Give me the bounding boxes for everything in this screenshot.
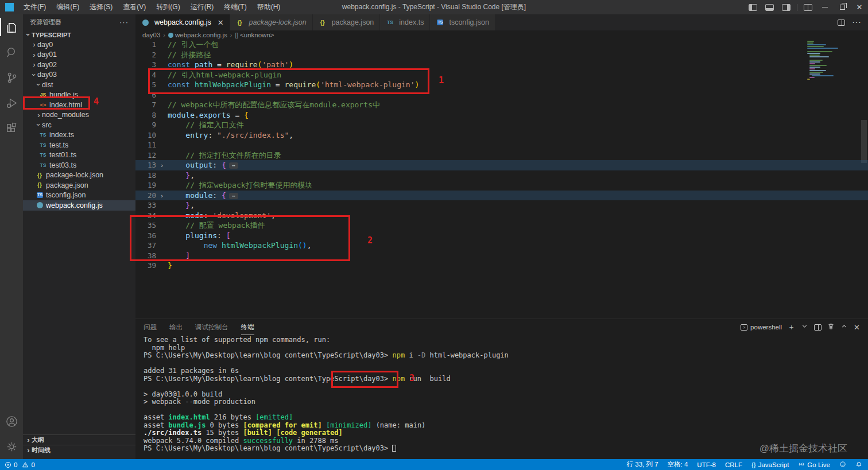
status-cursor-position[interactable]: 行 33, 列 7 [627, 460, 658, 469]
chevron-down-icon: › [34, 81, 43, 88]
menu-item[interactable]: 选择(S) [84, 0, 118, 14]
status-notifications[interactable] [855, 461, 862, 469]
tsconfig-file-icon: TS [37, 192, 43, 198]
activity-run-debug-icon[interactable] [0, 90, 23, 115]
split-terminal-icon[interactable] [814, 324, 822, 331]
status-language-mode[interactable]: {}JavaScript [751, 461, 789, 468]
code-token: : [208, 131, 217, 139]
activity-explorer-icon[interactable] [0, 14, 23, 40]
tab-package.json[interactable]: {}package.json [313, 14, 381, 30]
close-panel-icon[interactable]: ✕ [854, 323, 860, 332]
tab-package-lock.json[interactable]: {}package-lock.json [230, 14, 313, 30]
panel-tab-问题[interactable]: 问题 [144, 319, 157, 335]
more-actions-icon[interactable]: ··· [119, 18, 129, 26]
tree-folder-node_modules[interactable]: ›node_modules [23, 110, 135, 121]
fold-chevron-icon[interactable]: › [156, 191, 168, 201]
explorer-section-header[interactable]: › TYPESCRIPT [23, 30, 135, 40]
menu-item[interactable]: 文件(F) [18, 0, 51, 14]
breadcrumb-item[interactable]: day03 [142, 32, 160, 38]
menu-item[interactable]: 查看(V) [118, 0, 151, 14]
close-button[interactable]: ✕ [851, 0, 868, 14]
breadcrumb-item[interactable]: <unknown> [240, 32, 274, 38]
tree-folder-src[interactable]: ›src [23, 120, 135, 130]
terminal-line: > day03@1.0.0 build [144, 391, 862, 399]
activity-source-control-icon[interactable] [0, 65, 23, 90]
tree-file-test.ts[interactable]: TStest.ts [23, 140, 135, 150]
maximize-panel-icon[interactable] [840, 323, 848, 332]
code-token [168, 151, 185, 160]
tree-item-label: day03 [37, 71, 57, 79]
split-editor-icon[interactable] [838, 20, 845, 26]
tab-label: index.ts [399, 18, 424, 26]
tree-file-index.ts[interactable]: TSindex.ts [23, 130, 135, 141]
terminal-output[interactable]: To see a list of supported npm commands,… [144, 336, 862, 459]
tree-folder-day0[interactable]: ›day0 [23, 40, 135, 50]
tree-folder-day02[interactable]: ›day02 [23, 60, 135, 70]
tree-file-webpack.config.js[interactable]: webpack.config.js [23, 200, 135, 211]
sidebar-title: 资源管理器 [30, 18, 61, 26]
breadcrumb[interactable]: day03›webpack.config.js›[]<unknown> [135, 30, 868, 40]
breadcrumb-item[interactable]: webpack.config.js [175, 32, 227, 38]
activity-settings-icon[interactable] [0, 434, 23, 459]
activity-extensions-icon[interactable] [0, 115, 23, 141]
status-go-live[interactable]: Go Live [798, 461, 830, 469]
code-token [168, 201, 185, 209]
fold-chevron-icon[interactable]: › [156, 161, 168, 171]
panel-tab-调试控制台[interactable]: 调试控制台 [195, 319, 228, 335]
code-token [168, 181, 185, 189]
tree-file-test03.ts[interactable]: TStest03.ts [23, 160, 135, 170]
code-token [168, 121, 185, 129]
code-token: . [195, 111, 199, 119]
menu-item[interactable]: 运行(R) [185, 0, 219, 14]
status-eol[interactable]: CRLF [725, 461, 742, 468]
tree-file-package.json[interactable]: {}package.json [23, 180, 135, 191]
status-indentation[interactable]: 空格: 4 [668, 460, 688, 469]
panel-tab-输出[interactable]: 输出 [169, 319, 183, 335]
kill-terminal-icon[interactable] [827, 323, 835, 332]
toggle-panel-icon[interactable] [765, 4, 774, 11]
restore-button[interactable] [834, 0, 851, 14]
status-feedback[interactable] [839, 461, 846, 469]
tab-tsconfig.json[interactable]: TStsconfig.json [430, 14, 495, 30]
sidebar-header: 资源管理器 ··· [23, 14, 135, 30]
tree-folder-day01[interactable]: ›day01 [23, 50, 135, 60]
line-number: 20 [135, 191, 156, 201]
tab-webpack.config.js[interactable]: webpack.config.js✕ [135, 14, 230, 30]
outline-section[interactable]: › 大纲 [23, 434, 135, 445]
customize-layout-icon[interactable] [804, 4, 812, 11]
menu-item[interactable]: 终端(T) [219, 0, 251, 14]
menu-item[interactable]: 帮助(H) [252, 0, 286, 14]
tree-file-test01.ts[interactable]: TStest01.ts [23, 150, 135, 161]
editor-more-actions-icon[interactable]: ··· [852, 17, 861, 28]
status-text: UTF-8 [697, 461, 716, 468]
panel-tab-终端[interactable]: 终端 [241, 319, 254, 335]
activity-account-icon[interactable] [0, 409, 23, 434]
new-terminal-icon[interactable]: ＋ [788, 322, 795, 332]
code-token: const [168, 60, 195, 69]
tab-close-icon[interactable]: ✕ [218, 18, 224, 27]
tab-index.ts[interactable]: TSindex.ts [380, 14, 430, 30]
activity-search-icon[interactable] [0, 40, 23, 65]
tree-file-package-lock.json[interactable]: {}package-lock.json [23, 170, 135, 181]
code-token: } [185, 171, 190, 180]
menu-item[interactable]: 转到(G) [151, 0, 185, 14]
tree-folder-day03[interactable]: ›day03 [23, 70, 135, 80]
terminal-dropdown-icon[interactable] [801, 323, 808, 332]
tree-file-tsconfig.json[interactable]: TStsconfig.json [23, 191, 135, 201]
status-encoding[interactable]: UTF-8 [697, 461, 716, 468]
menu-item[interactable]: 编辑(E) [51, 0, 84, 14]
webpack-file-icon [37, 202, 43, 208]
toggle-primary-sidebar-icon[interactable] [749, 4, 757, 11]
tree-folder-dist[interactable]: ›dist [23, 80, 135, 90]
ts-file-icon: TS [39, 142, 47, 148]
fold-gutter [156, 141, 168, 151]
problems-indicator[interactable]: 0 0 [0, 461, 35, 468]
tree-item-label: node_modules [42, 111, 89, 119]
fold-gutter [156, 181, 168, 191]
minimize-button[interactable] [816, 0, 834, 14]
toggle-secondary-sidebar-icon[interactable] [782, 4, 790, 11]
terminal-token: [built] [243, 429, 272, 437]
timeline-section[interactable]: › 时间线 [23, 445, 135, 455]
shell-selector[interactable]: > powershell [741, 324, 782, 331]
code-line: 10 entry: "./src/index.ts", [135, 130, 868, 141]
